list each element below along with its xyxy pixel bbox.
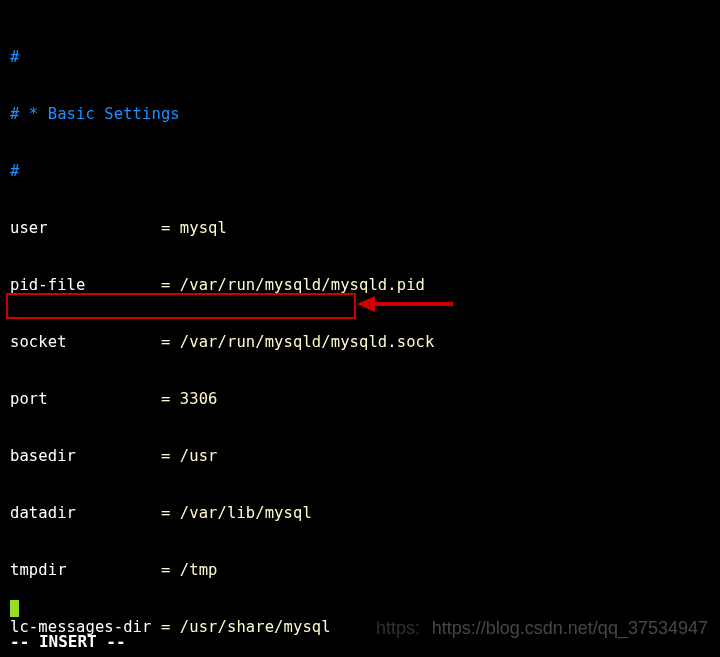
- cfg-val-port: 3306: [170, 390, 217, 408]
- cfg-key-datadir: datadir: [10, 504, 161, 522]
- cfg-val-datadir: /var/lib/mysql: [170, 504, 311, 522]
- cfg-key-basedir: basedir: [10, 447, 161, 465]
- comment-line: #: [10, 162, 19, 180]
- section-basic-settings: # * Basic Settings: [10, 105, 180, 123]
- cfg-val-lcmessages: /usr/share/mysql: [170, 618, 330, 636]
- equals: =: [161, 561, 170, 579]
- vim-mode-status: -- INSERT --: [10, 632, 126, 651]
- equals: =: [161, 276, 170, 294]
- watermark-ghost: https:: [376, 618, 420, 639]
- cfg-val-pidfile: /var/run/mysqld/mysqld.pid: [170, 276, 425, 294]
- comment-line: #: [10, 48, 19, 66]
- equals: =: [161, 390, 170, 408]
- equals: =: [161, 333, 170, 351]
- cfg-key-pidfile: pid-file: [10, 276, 161, 294]
- cfg-val-user: mysql: [170, 219, 227, 237]
- cursor: [10, 600, 19, 617]
- terminal-viewport[interactable]: # # * Basic Settings # user = mysql pid-…: [0, 0, 720, 657]
- highlight-box-bind-address: [6, 293, 356, 319]
- cfg-val-socket: /var/run/mysqld/mysqld.sock: [170, 333, 434, 351]
- watermark-text: https://blog.csdn.net/qq_37534947: [432, 618, 708, 639]
- cfg-val-basedir: /usr: [170, 447, 217, 465]
- cfg-key-socket: socket: [10, 333, 161, 351]
- equals: =: [161, 219, 170, 237]
- cfg-key-port: port: [10, 390, 161, 408]
- equals: =: [161, 504, 170, 522]
- cfg-key-tmpdir: tmpdir: [10, 561, 161, 579]
- equals: =: [161, 447, 170, 465]
- equals: =: [161, 618, 170, 636]
- cfg-key-user: user: [10, 219, 161, 237]
- cfg-val-tmpdir: /tmp: [170, 561, 217, 579]
